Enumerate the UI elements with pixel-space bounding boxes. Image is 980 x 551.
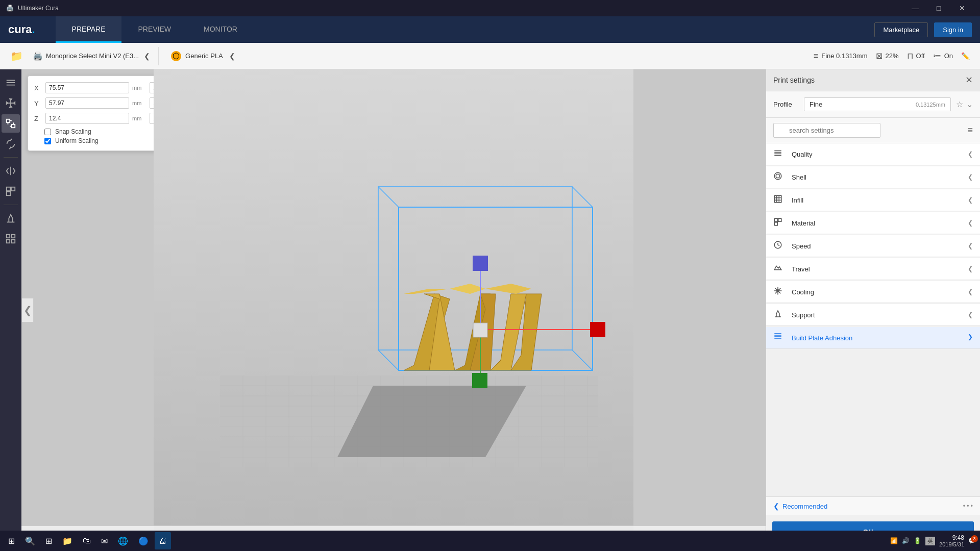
settings-material[interactable]: Material ❮	[766, 212, 980, 234]
adhesion-icon: ≔	[933, 51, 941, 61]
svg-point-63	[774, 172, 781, 180]
travel-label: Travel	[792, 265, 968, 273]
print-settings-panel: Print settings ✕ Profile Fine 0.13125mm …	[766, 69, 980, 551]
panel-dots: • • •	[963, 503, 973, 510]
svg-rect-59	[590, 322, 605, 337]
titlebar-left: 🖨️ Ultimaker Cura	[6, 5, 59, 12]
taskbar-right: 📶 🔊 🔋 英 9:48 2019/5/31 💬 3	[890, 534, 976, 547]
material-icon	[773, 217, 786, 229]
tool-per-model[interactable]	[2, 182, 20, 201]
settings-cooling[interactable]: Cooling ❮	[766, 281, 980, 303]
app-logo: cura.	[8, 23, 35, 36]
tab-prepare[interactable]: PREPARE	[56, 16, 122, 43]
titlebar-controls: — □ ✕	[903, 0, 974, 16]
svg-rect-2	[7, 187, 10, 191]
svg-rect-65	[774, 195, 781, 203]
edge-button[interactable]: 🌐	[114, 532, 132, 549]
date: 2019/5/31	[939, 541, 964, 547]
3d-viewport[interactable]: X mm % Y mm % Z	[21, 69, 766, 551]
marketplace-button[interactable]: Marketplace	[874, 22, 928, 37]
battery-icon: 🔋	[914, 537, 921, 544]
settings-shell[interactable]: Shell ❮	[766, 166, 980, 188]
quality-setting[interactable]: ≡ Fine 0.1313mm	[814, 52, 868, 61]
svg-rect-1	[12, 124, 15, 128]
material-arrow[interactable]: ❮	[227, 50, 237, 62]
adhesion-setting[interactable]: ≔ On	[933, 51, 953, 61]
tool-arrange[interactable]	[2, 230, 20, 248]
quality-label: Quality	[792, 151, 968, 158]
chrome-button[interactable]: 🔵	[134, 532, 153, 549]
signin-button[interactable]: Sign in	[934, 22, 972, 37]
tool-rotate[interactable]	[2, 135, 20, 153]
support-setting[interactable]: ⊓ Off	[907, 51, 925, 61]
notification-icon[interactable]: 💬 3	[968, 537, 976, 544]
right-toolbar: ≡ Fine 0.1313mm ⊠ 22% ⊓ Off ≔ On ✏️	[814, 51, 974, 61]
store-button[interactable]: 🛍	[79, 532, 95, 549]
support-label: Off	[916, 52, 925, 60]
maximize-button[interactable]: □	[927, 0, 950, 16]
store-icon: 🛍	[83, 536, 91, 545]
shell-arrow: ❮	[968, 173, 973, 181]
minimize-button[interactable]: —	[903, 0, 927, 16]
tool-move[interactable]	[2, 94, 20, 112]
settings-support[interactable]: Support ❮	[766, 304, 980, 326]
profile-star-button[interactable]: ☆	[956, 99, 963, 109]
printer-arrow[interactable]: ❮	[142, 50, 152, 62]
cooling-label: Cooling	[792, 288, 968, 296]
travel-icon	[773, 263, 786, 274]
svg-rect-7	[7, 240, 10, 243]
volume-icon: 🔊	[902, 537, 910, 544]
tab-monitor[interactable]: MONITOR	[187, 16, 254, 43]
open-folder-button[interactable]: 📁	[6, 46, 27, 66]
search-wrap: 🔍	[773, 123, 963, 138]
mail-button[interactable]: ✉	[97, 532, 112, 549]
svg-point-64	[776, 174, 780, 178]
svg-rect-62	[473, 323, 487, 337]
recommended-button[interactable]: ❮ Recommended • • •	[766, 496, 980, 515]
quality-icon	[773, 148, 786, 160]
viewport-arrow-left[interactable]: ❮	[21, 298, 34, 322]
3d-scene	[21, 69, 766, 551]
panel-close-button[interactable]: ✕	[965, 74, 973, 86]
search-input[interactable]	[773, 123, 880, 138]
chrome-icon: 🔵	[138, 536, 149, 546]
nav-right: Marketplace Sign in	[874, 22, 972, 37]
printer-selector[interactable]: 🖨️ Monoprice Select Mini V2 (E3... ❮	[27, 47, 159, 65]
taskview-button[interactable]: ⊞	[41, 532, 56, 549]
clock-display[interactable]: 9:48 2019/5/31	[939, 534, 964, 547]
svg-rect-61	[472, 373, 487, 388]
tool-open[interactable]	[2, 73, 20, 92]
cura-icon: 🖨	[159, 536, 167, 545]
tool-mirror[interactable]	[2, 162, 20, 180]
settings-menu-button[interactable]: ≡	[967, 125, 973, 136]
cura-taskbar-button[interactable]: 🖨	[155, 532, 171, 549]
settings-speed[interactable]: Speed ❮	[766, 235, 980, 257]
material-selector[interactable]: ⬡ Generic PLA ❮	[165, 47, 243, 65]
explorer-button[interactable]: 📁	[58, 532, 77, 549]
profile-chevron-button[interactable]: ⌄	[966, 99, 973, 109]
edge-icon: 🌐	[118, 536, 128, 546]
tool-support[interactable]	[2, 209, 20, 228]
settings-quality[interactable]: Quality ❮	[766, 143, 980, 165]
search-button[interactable]: 🔍	[21, 532, 39, 549]
app-icon: 🖨️	[6, 5, 14, 12]
settings-travel[interactable]: Travel ❮	[766, 258, 980, 280]
speed-label: Speed	[792, 242, 968, 250]
settings-adhesion[interactable]: Build Plate Adhesion ❮	[766, 327, 980, 349]
tab-preview[interactable]: PREVIEW	[121, 16, 187, 43]
profile-selector[interactable]: Fine 0.13125mm	[804, 97, 951, 111]
taskview-icon: ⊞	[45, 536, 52, 546]
close-button[interactable]: ✕	[950, 0, 974, 16]
infill-icon	[773, 194, 786, 206]
panel-header: Print settings ✕	[766, 69, 980, 91]
settings-list: Quality ❮ Shell ❮ Infill ❮	[766, 143, 980, 496]
travel-arrow: ❮	[968, 265, 973, 272]
infill-setting[interactable]: ⊠ 22%	[876, 51, 899, 61]
shell-label: Shell	[792, 173, 968, 181]
settings-infill[interactable]: Infill ❮	[766, 189, 980, 211]
tool-scale[interactable]	[2, 114, 20, 133]
time: 9:48	[939, 534, 964, 541]
material-icon: ⬡	[171, 51, 181, 61]
settings-edit-button[interactable]: ✏️	[961, 52, 970, 60]
start-button[interactable]: ⊞	[4, 532, 19, 549]
